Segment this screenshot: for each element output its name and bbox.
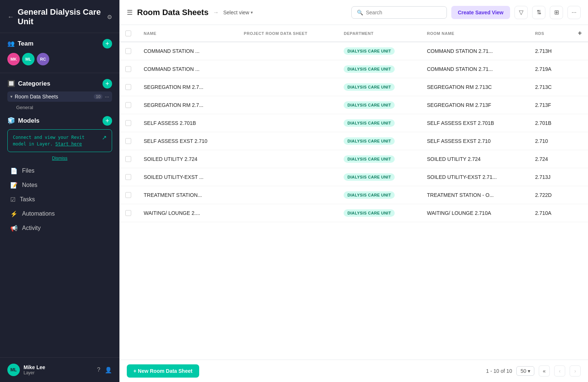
subcategory-general[interactable]: General [7,103,112,112]
categories-title: 🔲 Categories [7,80,50,87]
row-checkbox[interactable] [125,192,131,198]
team-title: 👥 Team [7,40,33,47]
revit-arrow-icon[interactable]: ↗ [102,134,107,141]
row-name[interactable]: SOILED UTILITY-EXST ... [138,168,238,186]
revit-dismiss-button[interactable]: Dismiss [7,156,112,161]
nav-activity[interactable]: 📢 Activity [7,221,112,235]
row-empty [567,150,588,168]
row-name[interactable]: SEGREGATION RM 2.7... [138,96,238,114]
row-checkbox[interactable] [125,66,131,72]
row-name[interactable]: SOILED UTILITY 2.724 [138,150,238,168]
th-room-name[interactable]: ROOM NAME [421,25,529,42]
avatar-ml[interactable]: ML [22,53,35,65]
sort-button[interactable]: ⇅ [532,6,545,19]
table-row: SELF ASSESS 2.701B DIALYSIS CARE UNIT SE… [119,114,588,132]
row-name[interactable]: COMMAND STATION ... [138,42,238,60]
prev-page-button[interactable]: ‹ [554,365,565,376]
row-project [238,60,338,78]
more-icon: ··· [571,9,576,16]
main-content: ☰ Room Data Sheets → Select view ▾ 🔍 Cre… [119,0,588,382]
per-page-select[interactable]: 50 ▾ [516,366,534,376]
row-project [238,132,338,150]
row-checkbox[interactable] [125,210,131,216]
select-all-checkbox[interactable] [125,30,131,36]
row-rds: 2.722D [529,186,567,204]
first-page-button[interactable]: « [539,365,550,376]
row-project [238,204,338,222]
back-icon[interactable]: ← [7,13,14,21]
row-empty [567,204,588,222]
team-avatars: MK ML RC [7,53,112,65]
row-name[interactable]: SELF ASSESS EXST 2.710 [138,132,238,150]
row-checkbox[interactable] [125,156,131,162]
filter-icon: ▽ [519,9,523,16]
nav-files[interactable]: 📄 Files [7,164,112,178]
department-badge: DIALYSIS CARE UNIT [344,209,395,217]
nav-automations[interactable]: ⚡ Automations [7,207,112,221]
user-settings-icon[interactable]: 👤 [105,367,112,374]
row-project [238,114,338,132]
row-checkbox-cell [119,150,138,168]
row-room-name: TREATMENT STATION - O... [421,186,529,204]
start-here-link[interactable]: Start here [55,141,82,147]
th-department[interactable]: DEPARTMENT [338,25,421,42]
category-room-data-sheets[interactable]: ▾ Room Data Sheets 10 ··· [7,91,112,102]
gear-icon[interactable]: ⚙ [107,14,112,21]
row-department: DIALYSIS CARE UNIT [338,114,421,132]
topbar-arrow-icon: → [213,9,219,16]
th-rds[interactable]: RDS [529,25,567,42]
filter-button[interactable]: ▽ [514,6,528,19]
row-checkbox[interactable] [125,138,131,144]
row-checkbox[interactable] [125,48,131,54]
nav-tasks[interactable]: ☑ Tasks [7,192,112,207]
next-page-button[interactable]: › [570,365,581,376]
add-category-button[interactable]: + [103,79,112,89]
row-room-name: SOILED UTILITY-EXST 2.71... [421,168,529,186]
data-table: NAME PROJECT ROOM DATA SHEET DEPARTMENT … [119,25,588,222]
table-row: SELF ASSESS EXST 2.710 DIALYSIS CARE UNI… [119,132,588,150]
create-saved-view-button[interactable]: Create Saved View [451,6,510,19]
row-checkbox-cell [119,186,138,204]
row-checkbox[interactable] [125,120,131,126]
row-name[interactable]: SELF ASSESS 2.701B [138,114,238,132]
view-toggle-button[interactable]: ⊞ [550,6,563,19]
row-empty [567,132,588,150]
new-room-data-sheet-button[interactable]: + New Room Data Sheet [127,364,199,378]
per-page-chevron-icon: ▾ [528,368,530,374]
models-title: 🧊 Models [7,117,40,125]
row-rds: 2.713C [529,78,567,96]
models-section: 🧊 Models + Connect and view your Revitmo… [0,112,119,161]
menu-icon[interactable]: ☰ [127,8,133,17]
row-checkbox-cell [119,42,138,60]
more-options-button[interactable]: ··· [567,6,581,19]
add-team-button[interactable]: + [103,39,112,48]
avatar-rc[interactable]: RC [37,53,49,65]
search-input[interactable] [366,10,440,15]
row-checkbox[interactable] [125,84,131,90]
help-icon[interactable]: ? [97,367,100,374]
select-view-dropdown[interactable]: Select view ▾ [223,10,253,15]
chevron-down-icon: ▾ [10,94,12,99]
footer-bar: + New Room Data Sheet 1 - 10 of 10 50 ▾ … [119,360,588,382]
more-icon[interactable]: ··· [105,94,109,100]
row-room-name: COMMAND STATION 2.71... [421,42,529,60]
team-header: 👥 Team + [7,39,112,48]
row-name[interactable]: SEGREGATION RM 2.7... [138,78,238,96]
revit-card: Connect and view your Revitmodel in Laye… [7,129,112,152]
add-model-button[interactable]: + [103,116,112,126]
row-checkbox[interactable] [125,174,131,180]
avatar-mk[interactable]: MK [7,53,20,65]
select-view-label: Select view [223,10,249,15]
nav-automations-label: Automations [22,210,55,217]
nav-notes[interactable]: 📝 Notes [7,178,112,192]
add-column-button[interactable]: + [567,25,588,42]
row-name[interactable]: COMMAND STATION ... [138,60,238,78]
department-badge: DIALYSIS CARE UNIT [344,137,395,145]
row-name[interactable]: WAITING/ LOUNGE 2.... [138,204,238,222]
footer-name: Mike Lee [24,364,45,370]
row-checkbox[interactable] [125,102,131,108]
th-name[interactable]: NAME [138,25,238,42]
prev-page-icon: ‹ [559,368,561,374]
row-name[interactable]: TREATMENT STATION... [138,186,238,204]
th-project[interactable]: PROJECT ROOM DATA SHEET [238,25,338,42]
